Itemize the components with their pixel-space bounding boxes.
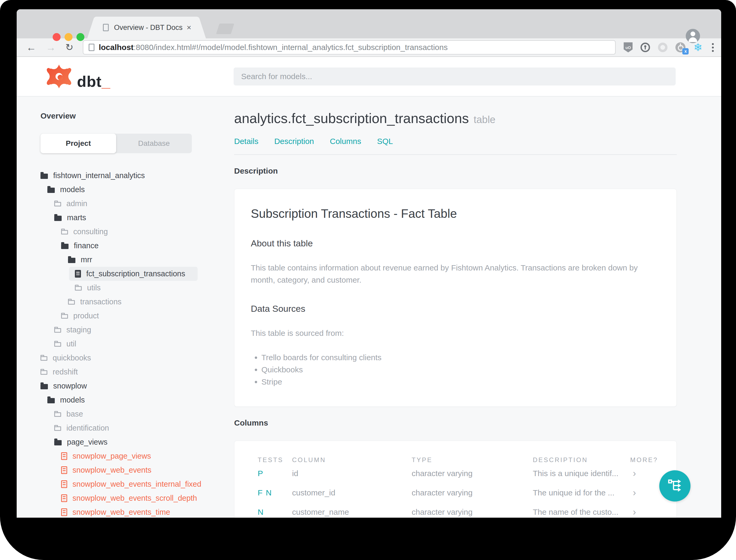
folder-closed-icon (68, 300, 75, 305)
nav-link-description[interactable]: Description (274, 137, 314, 146)
url-text: localhost:8080/index.html#!/model/model.… (99, 43, 448, 52)
tree-item-models[interactable]: models (47, 183, 234, 197)
sidebar: Overview Project Database fishtown_inter… (17, 97, 234, 518)
search-input[interactable] (234, 67, 676, 85)
disabled-extension-icon[interactable] (658, 43, 667, 52)
nav-link-details[interactable]: Details (234, 137, 259, 146)
close-window-button[interactable] (53, 33, 61, 41)
snowflake-extension-icon[interactable]: ❄ (693, 42, 702, 53)
tree-item-snowplow-web-events-internal-fixed[interactable]: snowplow_web_events_internal_fixed (61, 477, 234, 491)
tree-item-fct-subscription-transactions[interactable]: fct_subscription_transactions (69, 267, 198, 281)
tree-item-snowplow-page-views[interactable]: snowplow_page_views (61, 449, 234, 463)
tree-item-fishtown-internal-analytics[interactable]: fishtown_internal_analytics (40, 169, 234, 183)
model-file-orange-icon (61, 494, 67, 502)
back-icon[interactable]: ← (26, 42, 36, 52)
folder-open-icon (47, 188, 55, 193)
tree-item-finance[interactable]: finance (61, 239, 234, 253)
dbt-logo-underscore: _ (102, 74, 110, 89)
tab-title: Overview - DBT Docs (114, 24, 187, 32)
sources-intro: This table is sourced from: (251, 327, 660, 339)
tree-item-base[interactable]: base (54, 407, 234, 421)
nav-link-sql[interactable]: SQL (377, 137, 393, 146)
tree-item-staging[interactable]: staging (54, 323, 234, 337)
window-controls (53, 33, 84, 41)
tree-item-snowplow-web-events-scroll-depth[interactable]: snowplow_web_events_scroll_depth (61, 491, 234, 505)
table-row[interactable]: N customer_name character varying The na… (235, 502, 676, 518)
zoom-window-button[interactable] (76, 33, 84, 41)
tree-item-consulting[interactable]: consulting (61, 225, 234, 239)
browser-tab[interactable]: Overview - DBT Docs × (95, 17, 198, 38)
folder-closed-icon (54, 412, 61, 417)
sidebar-overview-link[interactable]: Overview (40, 111, 234, 120)
power-extension-icon[interactable]: x (675, 42, 685, 52)
tree-item-marts[interactable]: marts (54, 211, 234, 225)
folder-closed-icon (40, 356, 47, 361)
url-path: :8080/index.html#!/model/model.fishtown_… (134, 43, 448, 52)
tree-item-page-views[interactable]: page_views (54, 435, 234, 449)
description-section-heading: Description (234, 166, 677, 175)
tree-item-identification[interactable]: identification (54, 421, 234, 435)
folder-open-icon (54, 440, 62, 445)
tree-item-snowplow[interactable]: snowplow (40, 379, 234, 393)
card-title: Subscription Transactions - Fact Table (251, 206, 660, 221)
close-tab-icon[interactable]: × (187, 23, 191, 32)
profile-avatar-icon[interactable] (686, 29, 700, 43)
tree-item-snowplow-web-events[interactable]: snowplow_web_events (61, 463, 234, 477)
column-description: The name of the custo... (533, 508, 630, 517)
forward-icon: → (46, 42, 56, 52)
tree-item-redshift[interactable]: redshift (40, 365, 234, 379)
sources-list: Trello boards for consulting clients Qui… (262, 351, 660, 388)
tab-project[interactable]: Project (40, 134, 116, 153)
tree-item-mrr[interactable]: mrr (68, 253, 234, 267)
folder-closed-icon (61, 230, 68, 234)
dbt-logo-text: dbt (77, 74, 102, 89)
tree-item-quickbooks[interactable]: quickbooks (40, 351, 234, 365)
minimize-window-button[interactable] (65, 33, 73, 41)
reload-icon[interactable]: ↻ (65, 43, 73, 52)
address-bar[interactable]: localhost:8080/index.html#!/model/model.… (83, 40, 616, 55)
table-row[interactable]: F N customer_id character varying The un… (235, 483, 676, 502)
tree-item-snowplow-web-events-time[interactable]: snowplow_web_events_time (61, 505, 234, 518)
main-content: analytics.fct_subscription_transactionst… (234, 97, 721, 518)
col-header-column: COLUMN (292, 456, 412, 464)
lineage-graph-button[interactable] (659, 470, 690, 502)
dbt-logo[interactable]: dbt _ (46, 64, 110, 89)
onepassword-extension-icon[interactable] (640, 43, 650, 52)
file-tree: fishtown_internal_analytics models admin… (40, 169, 234, 518)
folder-closed-icon (75, 286, 82, 291)
tree-item-admin[interactable]: admin (54, 197, 234, 211)
table-row[interactable]: P id character varying This is a unique … (235, 464, 676, 483)
browser-toolbar: ← → ↻ localhost:8080/index.html#!/model/… (17, 38, 721, 57)
folder-open-icon (40, 384, 48, 389)
browser-window: Overview - DBT Docs × ← → ↻ localhost:80… (17, 9, 721, 518)
lineage-graph-icon (667, 478, 683, 494)
tree-item-product[interactable]: product (61, 309, 234, 323)
folder-closed-icon (61, 314, 68, 319)
new-tab-button[interactable] (216, 24, 235, 34)
list-item: Stripe (262, 376, 660, 388)
tab-database[interactable]: Database (116, 134, 192, 153)
columns-card: TESTS COLUMN TYPE DESCRIPTION MORE? P id… (234, 441, 677, 518)
model-file-orange-icon (61, 466, 67, 474)
tree-item-snowplow-models[interactable]: models (47, 393, 234, 407)
description-card: Subscription Transactions - Fact Table A… (234, 189, 677, 407)
folder-closed-icon (40, 370, 47, 375)
page-title: analytics.fct_subscription_transactionst… (234, 110, 677, 126)
col-header-description: DESCRIPTION (533, 456, 630, 464)
page-body: Overview Project Database fishtown_inter… (17, 97, 721, 518)
tree-item-util[interactable]: util (54, 337, 234, 351)
ublock-extension-icon[interactable]: uO (624, 42, 633, 52)
folder-open-icon (61, 244, 69, 249)
tree-item-utils[interactable]: utils (75, 281, 234, 295)
about-text: This table contains information about re… (251, 262, 660, 286)
folder-open-icon (54, 216, 62, 221)
col-header-type: TYPE (412, 456, 533, 464)
url-host: localhost (99, 43, 134, 52)
model-file-icon (75, 270, 81, 278)
chevron-right-icon[interactable]: › (630, 507, 676, 518)
browser-menu-icon[interactable] (712, 43, 714, 52)
column-name: customer_name (292, 508, 412, 517)
nav-link-columns[interactable]: Columns (330, 137, 361, 146)
tests-badge: F N (258, 488, 292, 497)
tree-item-transactions[interactable]: transactions (68, 295, 234, 309)
